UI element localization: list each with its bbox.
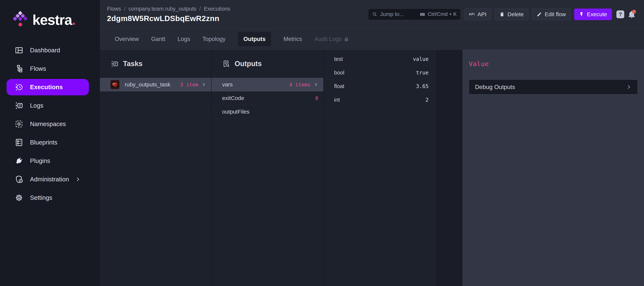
tab-overview[interactable]: Overview xyxy=(115,32,139,46)
tab-gantt[interactable]: Gantt xyxy=(151,32,165,46)
attribute-row-int[interactable]: int 2 xyxy=(324,93,435,107)
sidebar-item-dashboard[interactable]: Dashboard xyxy=(6,42,89,58)
tab-logs[interactable]: Logs xyxy=(178,32,190,46)
sidebar-item-settings[interactable]: Settings xyxy=(6,190,89,206)
topbar: Flows / company.team.ruby_outputs / Exec… xyxy=(100,0,644,28)
main-area: Flows / company.team.ruby_outputs / Exec… xyxy=(100,0,644,286)
tasks-panel: Tasks ruby_outputs_task 3 item xyxy=(100,50,212,286)
trash-icon xyxy=(500,12,504,17)
attribute-value: value xyxy=(413,56,428,62)
tasks-panel-header: Tasks xyxy=(100,50,211,78)
sidebar-item-blueprints[interactable]: Blueprints xyxy=(6,134,89,151)
breadcrumb-flows[interactable]: Flows xyxy=(107,6,121,12)
breadcrumb-executions[interactable]: Executions xyxy=(204,6,230,12)
attribute-row-bool[interactable]: bool true xyxy=(324,66,435,79)
empty-column xyxy=(435,50,462,286)
topbar-actions: Jump to... Ctrl/Cmd + K API API Delete xyxy=(368,8,636,20)
breadcrumb: Flows / company.team.ruby_outputs / Exec… xyxy=(107,6,230,12)
jump-to-search-input[interactable]: Jump to... Ctrl/Cmd + K xyxy=(368,8,461,20)
blueprints-panel-icon xyxy=(15,138,23,147)
sidebar-item-label: Plugins xyxy=(30,157,50,164)
keyboard-icon xyxy=(419,11,426,17)
breadcrumb-separator: / xyxy=(200,6,201,12)
tab-outputs[interactable]: Outputs xyxy=(238,32,271,46)
value-panel-title: Value xyxy=(469,60,638,68)
attribute-key: int xyxy=(334,97,340,103)
executions-timeline-clock-icon xyxy=(15,83,23,91)
tasks-list-icon xyxy=(111,60,118,68)
question-mark-icon: ? xyxy=(619,11,622,17)
sidebar-item-flows[interactable]: Flows xyxy=(6,60,89,77)
chevron-right-icon xyxy=(201,82,206,87)
outputs-panel-header: Outputs xyxy=(212,50,323,78)
sidebar-item-label: Administration xyxy=(30,176,69,183)
kestra-logo-text: kestra. xyxy=(32,12,76,28)
breadcrumb-separator: / xyxy=(124,6,126,12)
output-items-count-badge: 4 items xyxy=(289,82,310,87)
gear-icon xyxy=(15,194,23,202)
lock-icon xyxy=(344,37,349,41)
output-row-outputfiles[interactable]: outputFiles xyxy=(212,105,323,119)
logs-list-icon xyxy=(15,101,23,110)
sidebar-item-label: Dashboard xyxy=(30,47,60,54)
tab-metrics[interactable]: Metrics xyxy=(284,32,302,46)
sidebar-item-administration[interactable]: Administration xyxy=(6,171,89,188)
api-chip-icon: API xyxy=(469,12,474,16)
lightning-bolt-icon xyxy=(579,12,584,17)
sidebar-item-namespaces[interactable]: Namespaces xyxy=(6,116,89,132)
execution-tabs: Overview Gantt Logs Topology Outputs Met… xyxy=(100,28,644,50)
value-detail-panel: Value Debug Outputs xyxy=(462,50,644,286)
delete-button[interactable]: Delete xyxy=(494,8,528,20)
debug-outputs-expander[interactable]: Debug Outputs xyxy=(469,79,638,94)
attribute-value: true xyxy=(416,70,428,76)
tab-audit-logs: Audit Logs xyxy=(314,32,349,46)
chevron-right-icon xyxy=(314,82,318,87)
sidebar-item-label: Namespaces xyxy=(30,120,66,128)
notifications-button[interactable] xyxy=(628,10,636,18)
attribute-value: 3.65 xyxy=(416,83,428,89)
sidebar-item-label: Logs xyxy=(30,102,44,109)
tasks-panel-title: Tasks xyxy=(123,60,142,68)
sidebar-item-executions[interactable]: Executions xyxy=(6,79,89,95)
tab-topology[interactable]: Topology xyxy=(202,32,226,46)
search-placeholder: Jump to... xyxy=(380,11,404,17)
attribute-key: float xyxy=(334,83,344,89)
kestra-logo-mark-icon xyxy=(14,10,28,29)
sidebar-item-logs[interactable]: Logs xyxy=(6,97,89,114)
notification-dot xyxy=(632,10,636,13)
page-heading: Flows / company.team.ruby_outputs / Exec… xyxy=(107,6,230,23)
shortcut-label: Ctrl/Cmd + K xyxy=(428,11,457,17)
chevron-right-icon xyxy=(75,177,81,182)
search-shortcut: Ctrl/Cmd + K xyxy=(419,11,457,17)
document-search-icon xyxy=(222,60,230,68)
task-row-ruby-outputs-task[interactable]: ruby_outputs_task 3 item xyxy=(100,78,211,91)
chevron-right-icon xyxy=(626,84,632,90)
output-value-badge: 0 xyxy=(315,95,318,101)
sidebar: kestra. Dashboard Flows Executions Logs … xyxy=(0,0,100,286)
plugin-icon xyxy=(15,157,23,165)
task-name: ruby_outputs_task xyxy=(125,81,170,88)
debug-outputs-label: Debug Outputs xyxy=(475,84,515,90)
attribute-row-float[interactable]: float 3.65 xyxy=(324,79,435,93)
kestra-app: kestra. Dashboard Flows Executions Logs … xyxy=(0,0,644,286)
output-row-exitcode[interactable]: exitCode 0 xyxy=(212,91,323,105)
sidebar-item-label: Executions xyxy=(30,84,63,91)
api-button[interactable]: API API xyxy=(464,8,492,20)
kestra-logo[interactable]: kestra. xyxy=(0,0,100,39)
namespace-dashed-box-icon xyxy=(15,120,23,128)
help-button[interactable]: ? xyxy=(616,10,624,18)
execute-button[interactable]: Execute xyxy=(574,8,612,20)
ruby-gem-icon xyxy=(110,80,120,89)
sidebar-item-label: Blueprints xyxy=(30,139,58,146)
sidebar-item-plugins[interactable]: Plugins xyxy=(6,153,89,169)
attribute-row-test[interactable]: test value xyxy=(324,52,435,66)
search-icon xyxy=(372,11,378,17)
breadcrumb-namespace[interactable]: company.team.ruby_outputs xyxy=(128,6,196,12)
task-items-count-badge: 3 item xyxy=(180,82,198,87)
attribute-value: 2 xyxy=(426,97,428,103)
dashboard-grid-icon xyxy=(15,46,23,54)
output-row-vars[interactable]: vars 4 items xyxy=(212,78,323,91)
outputs-panel-title: Outputs xyxy=(234,60,262,68)
execution-id-title: 2dgm8W5RcwLDSbqEwR2znn xyxy=(107,14,230,23)
edit-flow-button[interactable]: Edit flow xyxy=(532,8,570,20)
